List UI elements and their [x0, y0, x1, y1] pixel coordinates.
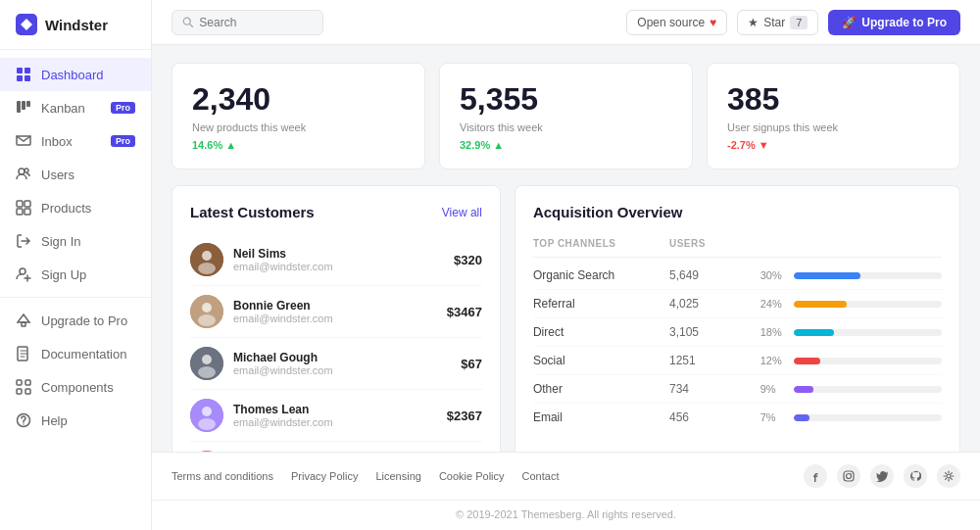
sign-up-icon — [16, 266, 31, 282]
customer-email: email@windster.com — [233, 261, 444, 272]
acquisition-title: Acquisition Overview — [533, 204, 683, 220]
stat-label: New products this week — [192, 121, 405, 133]
svg-rect-11 — [17, 209, 23, 215]
sidebar-label: Inbox — [41, 134, 73, 149]
customer-name: Bonnie Green — [233, 299, 437, 313]
users-icon — [16, 167, 31, 182]
sidebar-item-sign-up[interactable]: Sign Up — [0, 258, 151, 291]
page-content: 2,340 New products this week 14.6% 5,355… — [152, 45, 980, 452]
footer-link-contact[interactable]: Contact — [522, 470, 560, 482]
footer-links: Terms and conditions Privacy Policy Lice… — [172, 470, 784, 482]
footer-link-terms[interactable]: Terms and conditions — [172, 470, 273, 482]
customer-row: Bonnie Green email@windster.com $3467 — [190, 286, 482, 338]
stat-change: 32.9% — [460, 139, 672, 151]
sidebar-item-components[interactable]: Components — [0, 370, 151, 404]
help-icon — [16, 412, 31, 428]
customers-card: Latest Customers View all Neil Sims emai… — [172, 185, 501, 452]
acq-bar-cell: 7% — [760, 411, 942, 423]
customer-info: Neil Sims email@windster.com — [233, 247, 444, 272]
customer-row: Thomes Lean email@windster.com $2367 — [190, 390, 482, 442]
acq-row: Social 1251 12% — [533, 347, 942, 375]
star-label: Star — [763, 16, 785, 29]
sidebar-item-documentation[interactable]: Documentation — [0, 337, 151, 370]
customer-amount: $320 — [454, 253, 482, 267]
svg-rect-19 — [17, 389, 22, 394]
col-users: Users — [669, 238, 760, 249]
svg-rect-2 — [17, 75, 23, 81]
twitter-icon[interactable] — [870, 464, 894, 488]
bottom-grid: Latest Customers View all Neil Sims emai… — [172, 185, 960, 452]
bar-fill — [794, 301, 847, 308]
bar-track — [794, 358, 942, 364]
search-input[interactable] — [199, 16, 313, 29]
sidebar-label: Products — [41, 201, 91, 216]
svg-point-34 — [202, 407, 212, 416]
sidebar-item-inbox[interactable]: Inbox Pro — [0, 124, 151, 158]
inbox-icon — [16, 133, 31, 149]
svg-rect-3 — [24, 75, 30, 81]
svg-rect-39 — [844, 471, 854, 481]
github-icon[interactable] — [904, 464, 927, 488]
settings-icon[interactable] — [937, 464, 960, 488]
facebook-icon[interactable] — [804, 464, 827, 488]
search-box[interactable] — [172, 10, 323, 35]
open-source-label: Open source — [637, 16, 705, 29]
sidebar-item-upgrade[interactable]: Upgrade to Pro — [0, 304, 151, 337]
star-button[interactable]: ★ Star 7 — [737, 10, 818, 35]
acq-users: 456 — [669, 410, 760, 424]
sidebar-label: Sign In — [41, 234, 80, 249]
svg-point-40 — [847, 474, 852, 479]
svg-point-31 — [202, 355, 212, 364]
stat-label: User signups this week — [727, 121, 940, 133]
svg-rect-15 — [22, 322, 25, 326]
acq-channel: Other — [533, 382, 669, 396]
acq-pct: 30% — [760, 269, 788, 281]
svg-rect-10 — [24, 201, 30, 207]
search-icon — [182, 16, 193, 28]
sidebar-item-help[interactable]: Help — [0, 404, 151, 437]
view-all-link[interactable]: View all — [442, 206, 482, 219]
sidebar-label: Users — [41, 168, 74, 182]
stat-value: 5,355 — [460, 81, 672, 118]
docs-icon — [16, 346, 31, 361]
svg-point-23 — [183, 18, 190, 24]
acq-bar-cell: 12% — [760, 355, 942, 366]
acq-channel: Social — [533, 354, 669, 367]
svg-rect-1 — [24, 68, 30, 73]
sidebar-item-users[interactable]: Users — [0, 158, 151, 191]
acquisition-header: Acquisition Overview — [533, 204, 942, 220]
kanban-icon — [16, 100, 31, 116]
svg-rect-5 — [22, 101, 25, 110]
upgrade-button[interactable]: 🚀 Upgrade to Pro — [828, 10, 960, 35]
stats-row: 2,340 New products this week 14.6% 5,355… — [172, 63, 960, 169]
sidebar-item-dashboard[interactable]: Dashboard — [0, 58, 151, 91]
sidebar-item-kanban[interactable]: Kanban Pro — [0, 91, 151, 124]
sidebar-item-products[interactable]: Products — [0, 191, 151, 224]
components-icon — [16, 379, 31, 395]
main-content: Open source ♥ ★ Star 7 🚀 Upgrade to Pro — [152, 0, 980, 530]
footer-link-licensing[interactable]: Licensing — [375, 470, 420, 482]
footer-link-privacy[interactable]: Privacy Policy — [291, 470, 358, 482]
customer-info: Bonnie Green email@windster.com — [233, 299, 437, 324]
footer-link-cookie[interactable]: Cookie Policy — [439, 470, 505, 482]
customer-email: email@windster.com — [233, 364, 451, 376]
stat-label: Visitors this week — [460, 121, 672, 133]
sidebar-item-sign-in[interactable]: Sign In — [0, 224, 151, 258]
open-source-button[interactable]: Open source ♥ — [626, 10, 727, 35]
sidebar-navigation: Dashboard Kanban Pro Inbox Pro — [0, 50, 151, 530]
svg-rect-17 — [17, 380, 22, 385]
bar-fill — [794, 329, 834, 336]
copyright-text: © 2019-2021 Themesberg. All rights reser… — [456, 508, 676, 520]
acq-users: 3,105 — [669, 325, 760, 339]
avatar — [190, 295, 223, 328]
customer-amount: $67 — [461, 357, 482, 371]
avatar — [190, 347, 223, 380]
instagram-icon[interactable] — [837, 464, 860, 488]
acquisition-card: Acquisition Overview Top Channels Users … — [514, 185, 960, 452]
acq-bar-cell: 24% — [760, 298, 942, 310]
acq-rows: Organic Search 5,649 30% Referral 4,025 … — [533, 262, 942, 431]
sidebar-label: Dashboard — [41, 68, 104, 82]
svg-point-41 — [851, 473, 852, 474]
sidebar-logo: Windster — [0, 0, 151, 50]
rocket-icon: 🚀 — [842, 16, 857, 29]
